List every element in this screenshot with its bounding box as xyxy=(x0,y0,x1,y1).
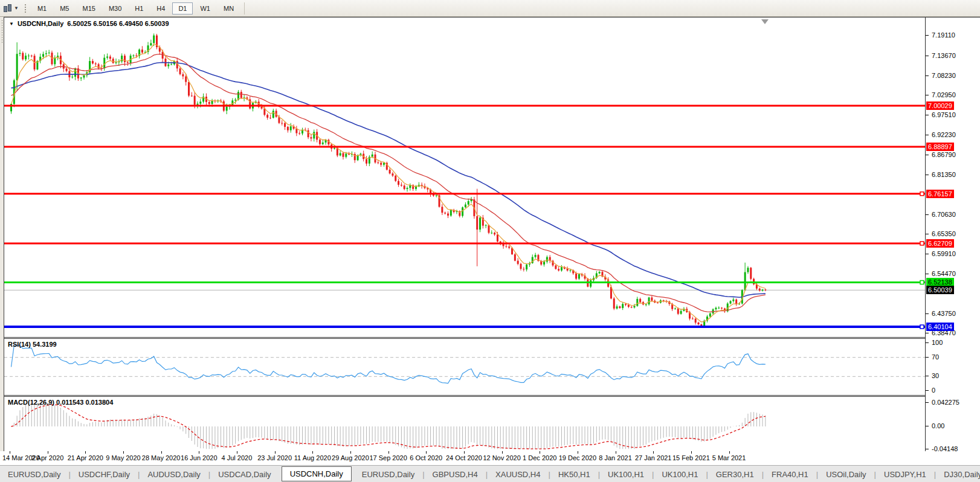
chart-tab-uk100-h1[interactable]: UK100,H1 xyxy=(654,467,706,482)
date-label: 16 Jun 2020 xyxy=(181,454,218,461)
axis-tick-label: 6.81350 xyxy=(932,171,956,178)
date-tick-mark xyxy=(540,451,540,454)
axis-tick-mark xyxy=(926,135,929,135)
date-tick-mark xyxy=(199,451,199,454)
chart-title: ▼ USDCNH,Daily 6.50025 6.50156 6.49450 6… xyxy=(9,20,169,27)
axis-tick-label: 6.86790 xyxy=(932,151,956,158)
axis-tick-label: 7.08230 xyxy=(932,72,956,79)
axis-tick-mark xyxy=(926,95,929,95)
date-tick-mark xyxy=(237,451,237,454)
date-tick-mark xyxy=(275,451,276,454)
price-level-badge: 6.40104 xyxy=(926,323,954,331)
axis-tick-label: 6.97510 xyxy=(932,111,956,118)
date-label: 29 Aug 2020 xyxy=(332,454,369,461)
date-label: 5 Mar 2021 xyxy=(712,454,746,461)
chart-tab-gbpusd-h4[interactable]: GBPUSD,H4 xyxy=(425,467,486,482)
candlestick-chart[interactable] xyxy=(4,18,925,337)
chart-shift-marker-icon xyxy=(761,19,769,24)
chart-menu-caret-icon[interactable]: ▼ xyxy=(9,21,14,27)
chart-tab-usdchf-daily[interactable]: USDCHF,Daily xyxy=(71,467,138,482)
date-label: 1 Dec 2020 xyxy=(523,454,556,461)
date-tick-mark xyxy=(426,451,427,454)
rsi-label: RSI(14) 54.3199 xyxy=(8,341,57,348)
axis-tick-label: 6.54470 xyxy=(932,270,956,277)
date-label: 9 May 2020 xyxy=(106,454,140,461)
axis-tick-mark xyxy=(926,254,929,254)
date-tick-mark xyxy=(578,451,578,454)
price-level-badge: 6.88897 xyxy=(926,143,954,151)
toolbar-grip[interactable] xyxy=(24,3,27,14)
date-label: 17 Sep 2020 xyxy=(369,454,407,461)
chart-tab-usdcad-daily[interactable]: USDCAD,Daily xyxy=(210,467,279,482)
date-tick-mark xyxy=(502,451,503,454)
date-label: 23 Jul 2020 xyxy=(257,454,292,461)
date-tick-mark xyxy=(123,451,124,454)
chart-tab-eurusd-daily[interactable]: EURUSD,Daily xyxy=(354,467,422,482)
chart-tab-usoil-daily[interactable]: USOil,Daily xyxy=(818,467,874,482)
rsi-axis-tick xyxy=(926,357,929,358)
dock-grip-dots xyxy=(1,19,3,43)
date-label: 8 Jan 2021 xyxy=(599,454,631,461)
price-axis[interactable]: 7.191107.136707.082307.029506.975106.922… xyxy=(925,18,980,452)
date-label: 28 May 2020 xyxy=(142,454,181,461)
date-tick-mark xyxy=(691,451,692,454)
chart-tab-audusd-daily[interactable]: AUDUSD,Daily xyxy=(140,467,208,482)
chart-tab-uk100-h1[interactable]: UK100,H1 xyxy=(600,467,652,482)
chart-tab-usdjpy-h1[interactable]: USDJPY,H1 xyxy=(876,467,934,482)
axis-tick-mark xyxy=(926,76,929,76)
macd-axis-tick xyxy=(926,426,929,426)
candlestick-chart-icon[interactable] xyxy=(2,4,12,13)
rsi-panel[interactable]: RSI(14) 54.3199 xyxy=(4,338,925,396)
chart-tab-hk50-h1[interactable]: HK50,H1 xyxy=(550,467,598,482)
rsi-axis-tick xyxy=(926,376,929,376)
chart-tab-bar: EURUSD,Daily|USDCHF,Daily|AUDUSD,Daily|U… xyxy=(0,465,980,482)
date-label: 4 Jul 2020 xyxy=(222,454,253,461)
macd-plot xyxy=(4,397,925,452)
date-tick-mark xyxy=(464,451,465,454)
timeframe-button-m30[interactable]: M30 xyxy=(103,2,127,14)
chart-tab-xauusd-h4[interactable]: XAUUSD,H4 xyxy=(488,467,548,482)
axis-tick-label: 6.92230 xyxy=(932,131,956,138)
date-label: 24 Oct 2020 xyxy=(446,454,482,461)
date-label: 21 Apr 2020 xyxy=(68,454,103,461)
timeframe-button-w1[interactable]: W1 xyxy=(194,2,216,14)
axis-tick-mark xyxy=(926,234,929,234)
macd-panel[interactable]: MACD(12,26,9) 0.011543 0.013804 xyxy=(4,396,925,452)
macd-label: MACD(12,26,9) 0.011543 0.013804 xyxy=(8,399,113,406)
timeframe-button-m15[interactable]: M15 xyxy=(76,2,101,14)
rsi-axis-label: 30 xyxy=(932,372,939,379)
rsi-plot xyxy=(4,339,925,395)
date-label: 12 Nov 2020 xyxy=(483,454,520,461)
timeframe-button-h1[interactable]: H1 xyxy=(129,2,149,14)
chart-tab-ger30-h1[interactable]: GER30,H1 xyxy=(708,467,762,482)
timeframe-button-m1[interactable]: M1 xyxy=(31,2,53,14)
date-tick-mark xyxy=(161,451,162,454)
timeframe-button-h4[interactable]: H4 xyxy=(150,2,171,14)
date-axis[interactable]: 14 Mar 20202 Apr 202021 Apr 20209 May 20… xyxy=(0,451,980,465)
chart-tab-eurusd-daily[interactable]: EURUSD,Daily xyxy=(0,467,68,482)
date-tick-mark xyxy=(616,451,616,454)
main-price-panel[interactable]: ▼ USDCNH,Daily 6.50025 6.50156 6.49450 6… xyxy=(4,18,925,338)
date-tick-mark xyxy=(312,451,313,454)
axis-tick-mark xyxy=(926,115,929,115)
axis-tick-mark xyxy=(926,56,929,56)
rsi-axis-label: 100 xyxy=(932,339,943,346)
date-tick-mark xyxy=(48,451,48,454)
axis-tick-mark xyxy=(926,35,929,36)
chevron-down-icon[interactable]: ▼ xyxy=(14,5,19,11)
chart-tab-dj30-daily[interactable]: DJ30,Daily xyxy=(936,467,980,482)
date-tick-mark xyxy=(388,451,389,454)
rsi-axis-label: 70 xyxy=(932,353,939,361)
macd-axis-tick xyxy=(926,449,929,449)
price-level-badge: 6.62709 xyxy=(926,239,954,248)
timeframe-button-m5[interactable]: M5 xyxy=(54,2,75,14)
date-tick-mark xyxy=(653,451,654,454)
timeframe-button-mn[interactable]: MN xyxy=(218,2,240,14)
chart-tab-usdcnh-daily[interactable]: USDCNH,Daily xyxy=(282,466,352,481)
current-price-badge: 6.50039 xyxy=(926,286,954,294)
date-label: 6 Oct 2020 xyxy=(410,454,442,461)
date-label: 2 Apr 2020 xyxy=(31,454,63,461)
chart-tab-fra40-h1[interactable]: FRA40,H1 xyxy=(764,467,816,482)
rsi-axis-tick xyxy=(926,342,929,343)
timeframe-button-d1[interactable]: D1 xyxy=(172,2,193,14)
